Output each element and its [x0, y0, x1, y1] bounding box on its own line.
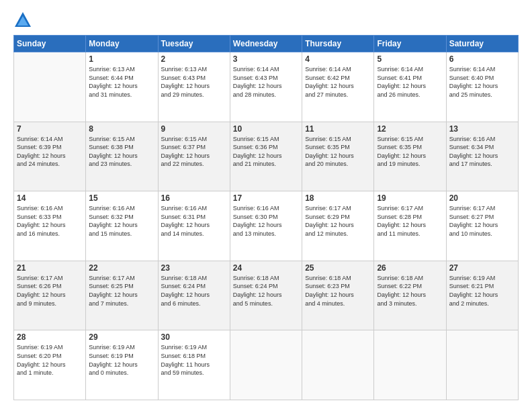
day-number: 9 — [161, 124, 227, 134]
calendar-cell: 22Sunrise: 6:17 AM Sunset: 6:25 PM Dayli… — [86, 261, 158, 330]
calendar-cell: 14Sunrise: 6:16 AM Sunset: 6:33 PM Dayli… — [14, 191, 86, 261]
week-row-2: 14Sunrise: 6:16 AM Sunset: 6:33 PM Dayli… — [14, 191, 519, 261]
day-number: 2 — [161, 54, 227, 64]
calendar-cell: 8Sunrise: 6:15 AM Sunset: 6:38 PM Daylig… — [86, 122, 158, 191]
day-number: 21 — [17, 263, 83, 273]
day-info: Sunrise: 6:14 AM Sunset: 6:42 PM Dayligh… — [305, 65, 371, 99]
calendar-cell: 25Sunrise: 6:18 AM Sunset: 6:23 PM Dayli… — [302, 261, 374, 330]
week-row-1: 7Sunrise: 6:14 AM Sunset: 6:39 PM Daylig… — [14, 122, 519, 191]
calendar-cell: 24Sunrise: 6:18 AM Sunset: 6:24 PM Dayli… — [230, 261, 302, 330]
day-info: Sunrise: 6:19 AM Sunset: 6:20 PM Dayligh… — [17, 343, 83, 377]
day-number: 15 — [89, 193, 154, 203]
day-number: 11 — [305, 124, 371, 134]
day-info: Sunrise: 6:19 AM Sunset: 6:19 PM Dayligh… — [89, 343, 154, 377]
day-number: 5 — [377, 54, 443, 64]
day-info: Sunrise: 6:16 AM Sunset: 6:30 PM Dayligh… — [233, 204, 299, 238]
day-number: 29 — [89, 332, 154, 342]
day-info: Sunrise: 6:15 AM Sunset: 6:36 PM Dayligh… — [233, 135, 299, 169]
day-number: 26 — [377, 263, 443, 273]
calendar-cell: 26Sunrise: 6:18 AM Sunset: 6:22 PM Dayli… — [374, 261, 446, 330]
day-info: Sunrise: 6:19 AM Sunset: 6:21 PM Dayligh… — [449, 274, 515, 308]
day-number: 30 — [161, 332, 227, 342]
calendar-cell: 19Sunrise: 6:17 AM Sunset: 6:28 PM Dayli… — [374, 191, 446, 261]
day-number: 12 — [377, 124, 443, 134]
weekday-header-friday: Friday — [374, 36, 446, 52]
day-info: Sunrise: 6:14 AM Sunset: 6:41 PM Dayligh… — [377, 65, 443, 99]
weekday-header-row: SundayMondayTuesdayWednesdayThursdayFrid… — [14, 36, 519, 52]
calendar: SundayMondayTuesdayWednesdayThursdayFrid… — [13, 35, 519, 400]
day-number: 14 — [17, 193, 83, 203]
day-info: Sunrise: 6:18 AM Sunset: 6:22 PM Dayligh… — [377, 274, 443, 308]
calendar-cell: 1Sunrise: 6:13 AM Sunset: 6:44 PM Daylig… — [86, 52, 158, 122]
calendar-cell — [302, 330, 374, 400]
calendar-cell: 30Sunrise: 6:19 AM Sunset: 6:18 PM Dayli… — [158, 330, 230, 400]
day-info: Sunrise: 6:16 AM Sunset: 6:34 PM Dayligh… — [449, 135, 515, 169]
calendar-cell — [374, 330, 446, 400]
week-row-4: 28Sunrise: 6:19 AM Sunset: 6:20 PM Dayli… — [14, 330, 519, 400]
weekday-header-wednesday: Wednesday — [230, 36, 302, 52]
weekday-header-monday: Monday — [86, 36, 158, 52]
header — [13, 11, 519, 30]
day-number: 16 — [161, 193, 227, 203]
day-info: Sunrise: 6:16 AM Sunset: 6:32 PM Dayligh… — [89, 204, 154, 238]
calendar-cell: 11Sunrise: 6:15 AM Sunset: 6:35 PM Dayli… — [302, 122, 374, 191]
calendar-cell: 27Sunrise: 6:19 AM Sunset: 6:21 PM Dayli… — [446, 261, 518, 330]
week-row-3: 21Sunrise: 6:17 AM Sunset: 6:26 PM Dayli… — [14, 261, 519, 330]
calendar-cell: 6Sunrise: 6:14 AM Sunset: 6:40 PM Daylig… — [446, 52, 518, 122]
day-number: 10 — [233, 124, 299, 134]
calendar-cell: 10Sunrise: 6:15 AM Sunset: 6:36 PM Dayli… — [230, 122, 302, 191]
day-info: Sunrise: 6:18 AM Sunset: 6:24 PM Dayligh… — [161, 274, 227, 308]
day-number: 7 — [17, 124, 83, 134]
weekday-header-tuesday: Tuesday — [158, 36, 230, 52]
calendar-cell: 13Sunrise: 6:16 AM Sunset: 6:34 PM Dayli… — [446, 122, 518, 191]
calendar-cell: 29Sunrise: 6:19 AM Sunset: 6:19 PM Dayli… — [86, 330, 158, 400]
weekday-header-saturday: Saturday — [446, 36, 518, 52]
calendar-cell: 16Sunrise: 6:16 AM Sunset: 6:31 PM Dayli… — [158, 191, 230, 261]
day-number: 6 — [449, 54, 515, 64]
day-info: Sunrise: 6:19 AM Sunset: 6:18 PM Dayligh… — [161, 343, 227, 377]
calendar-cell: 3Sunrise: 6:14 AM Sunset: 6:43 PM Daylig… — [230, 52, 302, 122]
weekday-header-thursday: Thursday — [302, 36, 374, 52]
day-info: Sunrise: 6:17 AM Sunset: 6:28 PM Dayligh… — [377, 204, 443, 238]
day-number: 1 — [89, 54, 154, 64]
day-number: 3 — [233, 54, 299, 64]
day-info: Sunrise: 6:15 AM Sunset: 6:37 PM Dayligh… — [161, 135, 227, 169]
calendar-cell: 4Sunrise: 6:14 AM Sunset: 6:42 PM Daylig… — [302, 52, 374, 122]
day-info: Sunrise: 6:15 AM Sunset: 6:38 PM Dayligh… — [89, 135, 154, 169]
calendar-cell: 7Sunrise: 6:14 AM Sunset: 6:39 PM Daylig… — [14, 122, 86, 191]
day-number: 27 — [449, 263, 515, 273]
day-number: 24 — [233, 263, 299, 273]
day-number: 25 — [305, 263, 371, 273]
day-info: Sunrise: 6:17 AM Sunset: 6:26 PM Dayligh… — [17, 274, 83, 308]
day-info: Sunrise: 6:14 AM Sunset: 6:39 PM Dayligh… — [17, 135, 83, 169]
day-number: 18 — [305, 193, 371, 203]
day-info: Sunrise: 6:14 AM Sunset: 6:40 PM Dayligh… — [449, 65, 515, 99]
week-row-0: 1Sunrise: 6:13 AM Sunset: 6:44 PM Daylig… — [14, 52, 519, 122]
calendar-cell: 20Sunrise: 6:17 AM Sunset: 6:27 PM Dayli… — [446, 191, 518, 261]
day-info: Sunrise: 6:17 AM Sunset: 6:25 PM Dayligh… — [89, 274, 154, 308]
page: SundayMondayTuesdayWednesdayThursdayFrid… — [0, 0, 532, 411]
day-info: Sunrise: 6:13 AM Sunset: 6:43 PM Dayligh… — [161, 65, 227, 99]
calendar-cell: 28Sunrise: 6:19 AM Sunset: 6:20 PM Dayli… — [14, 330, 86, 400]
day-number: 22 — [89, 263, 154, 273]
logo — [13, 11, 35, 30]
calendar-cell: 5Sunrise: 6:14 AM Sunset: 6:41 PM Daylig… — [374, 52, 446, 122]
day-number: 4 — [305, 54, 371, 64]
calendar-cell: 2Sunrise: 6:13 AM Sunset: 6:43 PM Daylig… — [158, 52, 230, 122]
calendar-cell — [446, 330, 518, 400]
day-number: 20 — [449, 193, 515, 203]
day-info: Sunrise: 6:18 AM Sunset: 6:23 PM Dayligh… — [305, 274, 371, 308]
day-info: Sunrise: 6:16 AM Sunset: 6:31 PM Dayligh… — [161, 204, 227, 238]
calendar-cell: 18Sunrise: 6:17 AM Sunset: 6:29 PM Dayli… — [302, 191, 374, 261]
calendar-cell: 23Sunrise: 6:18 AM Sunset: 6:24 PM Dayli… — [158, 261, 230, 330]
calendar-cell — [14, 52, 86, 122]
day-info: Sunrise: 6:15 AM Sunset: 6:35 PM Dayligh… — [305, 135, 371, 169]
day-info: Sunrise: 6:15 AM Sunset: 6:35 PM Dayligh… — [377, 135, 443, 169]
calendar-cell: 9Sunrise: 6:15 AM Sunset: 6:37 PM Daylig… — [158, 122, 230, 191]
logo-icon — [13, 11, 32, 30]
day-info: Sunrise: 6:18 AM Sunset: 6:24 PM Dayligh… — [233, 274, 299, 308]
day-info: Sunrise: 6:13 AM Sunset: 6:44 PM Dayligh… — [89, 65, 154, 99]
day-number: 19 — [377, 193, 443, 203]
day-info: Sunrise: 6:17 AM Sunset: 6:29 PM Dayligh… — [305, 204, 371, 238]
day-info: Sunrise: 6:14 AM Sunset: 6:43 PM Dayligh… — [233, 65, 299, 99]
